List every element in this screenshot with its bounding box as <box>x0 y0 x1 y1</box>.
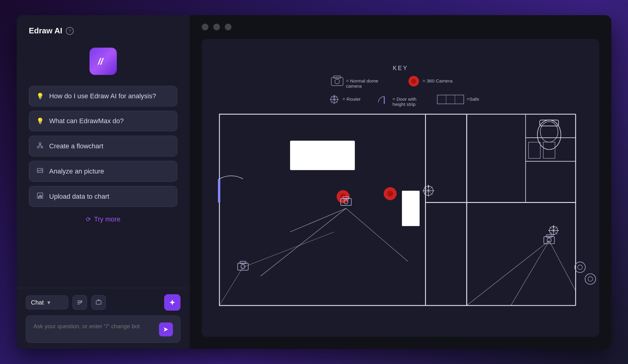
panel-header: Edraw AI ? <box>17 15 190 42</box>
suggestion-text-chart: Upload data to chart <box>49 193 109 201</box>
svg-text:= 360 Camera: = 360 Camera <box>423 78 453 83</box>
svg-rect-11 <box>77 301 82 301</box>
suggestion-item-picture[interactable]: Analyze an picture <box>29 161 177 182</box>
right-panel: KEY = Normal dome camera = 360 Camera <box>190 15 611 349</box>
window-dot-3 <box>225 24 231 30</box>
svg-text://: // <box>97 56 104 66</box>
svg-point-23 <box>411 79 416 84</box>
help-icon[interactable]: ? <box>66 27 74 35</box>
svg-point-2 <box>37 146 39 148</box>
edit-icon-button[interactable] <box>73 295 87 310</box>
suggestion-text-flowchart: Create a flowchart <box>49 142 103 150</box>
try-more-button[interactable]: ⟳ Try more <box>86 215 120 223</box>
svg-rect-10 <box>41 195 42 198</box>
svg-rect-13 <box>77 304 80 304</box>
logo-area: // <box>17 42 190 86</box>
send-button[interactable] <box>159 322 173 336</box>
svg-point-1 <box>39 143 41 144</box>
svg-text:= Router: = Router <box>343 96 361 102</box>
svg-text:= Door with: = Door with <box>393 96 417 102</box>
suggestion-icon-edrawmax: 💡 <box>36 117 44 125</box>
suggestion-item-flowchart[interactable]: Create a flowchart <box>29 136 177 157</box>
app-logo: // <box>89 48 117 75</box>
suggestion-icon-analysis: 💡 <box>36 93 44 100</box>
svg-text:= Normal dome: = Normal dome <box>346 78 378 83</box>
bottom-controls: Chat ▾ <box>26 294 181 311</box>
suggestion-text-picture: Analyze an picture <box>49 167 104 175</box>
chat-mode-select[interactable]: Chat ▾ <box>26 295 68 309</box>
left-panel: Edraw AI ? // 💡 How do I use Edraw AI fo… <box>17 15 190 349</box>
bottom-bar: Chat ▾ <box>17 288 190 349</box>
svg-rect-48 <box>290 141 355 170</box>
svg-point-53 <box>387 191 393 197</box>
try-more-label: Try more <box>94 215 120 223</box>
app-title: Edraw AI <box>29 26 62 35</box>
suggestion-item-analysis[interactable]: 💡 How do I use Edraw AI for analysis? <box>29 86 177 106</box>
svg-text:height strip: height strip <box>393 102 416 107</box>
dropdown-arrow-icon: ▾ <box>47 299 50 306</box>
window-dot-1 <box>202 24 208 30</box>
image-upload-button[interactable] <box>91 295 106 310</box>
svg-point-3 <box>41 146 43 148</box>
suggestion-icon-flowchart <box>36 142 44 150</box>
suggestion-text-analysis: How do I use Edraw AI for analysis? <box>49 92 156 100</box>
chat-mode-label: Chat <box>31 299 44 306</box>
suggestion-text-edrawmax: What can EdrawMax do? <box>49 117 124 125</box>
svg-rect-15 <box>202 55 599 320</box>
svg-text:=Safe: =Safe <box>467 96 479 102</box>
app-container: Edraw AI ? // 💡 How do I use Edraw AI fo… <box>17 15 611 349</box>
svg-rect-8 <box>38 196 39 198</box>
suggestions-list: 💡 How do I use Edraw AI for analysis? 💡 … <box>17 86 190 207</box>
try-more-area: ⟳ Try more <box>17 207 190 223</box>
svg-rect-49 <box>402 191 420 226</box>
chat-input[interactable] <box>33 323 155 336</box>
svg-text:camera: camera <box>346 83 362 89</box>
svg-line-4 <box>39 144 40 146</box>
ai-assistant-button[interactable] <box>164 294 181 311</box>
suggestion-item-edrawmax[interactable]: 💡 What can EdrawMax do? <box>29 111 177 131</box>
right-header <box>190 15 611 39</box>
suggestion-icon-chart <box>36 192 44 201</box>
svg-rect-47 <box>218 179 220 203</box>
diagram-area: KEY = Normal dome camera = 360 Camera <box>202 39 599 337</box>
svg-text:KEY: KEY <box>393 65 408 71</box>
diagram-svg: KEY = Normal dome camera = 360 Camera <box>202 39 599 337</box>
svg-line-5 <box>40 144 41 146</box>
svg-rect-9 <box>40 195 41 198</box>
svg-rect-14 <box>96 301 101 304</box>
suggestion-item-chart[interactable]: Upload data to chart <box>29 186 177 207</box>
window-dot-2 <box>213 24 220 30</box>
suggestion-icon-picture <box>36 167 44 175</box>
chat-input-area[interactable] <box>26 315 181 343</box>
refresh-icon: ⟳ <box>86 216 91 223</box>
